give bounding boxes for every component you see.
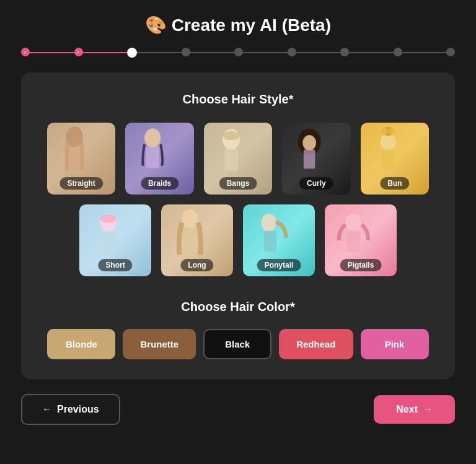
svg-point-20	[261, 214, 276, 232]
next-label: Next	[396, 404, 418, 415]
hair-short-label: Short	[98, 259, 132, 271]
progress-dot-0	[21, 48, 30, 56]
hair-color-title: Choose Hair Color*	[46, 300, 430, 314]
svg-rect-7	[224, 149, 238, 171]
hair-style-bangs[interactable]: Bangs	[203, 121, 273, 196]
next-button[interactable]: Next →	[374, 395, 455, 424]
svg-point-22	[345, 214, 361, 232]
progress-dot-6	[340, 48, 349, 56]
hair-style-curly[interactable]: Curly	[281, 121, 351, 196]
hair-straight-label: Straight	[60, 177, 103, 190]
progress-dot-3	[182, 48, 190, 56]
svg-rect-2	[65, 142, 69, 170]
svg-point-18	[182, 209, 198, 229]
hair-style-long[interactable]: Long	[160, 203, 234, 278]
svg-rect-17	[102, 231, 115, 252]
hair-color-section: Choose Hair Color* Blonde Brunette Black…	[46, 300, 430, 359]
progress-dot-4	[234, 48, 243, 56]
progress-dot-5	[288, 48, 296, 56]
nav-container: ← Previous Next →	[21, 394, 455, 425]
hair-style-row-2: Short Long	[46, 203, 430, 278]
main-card: Choose Hair Style* Straight	[21, 72, 455, 379]
color-btn-brunette[interactable]: Brunette	[123, 329, 196, 359]
hair-style-ponytail[interactable]: Ponytail	[242, 203, 316, 278]
hair-style-bun[interactable]: Bun	[359, 121, 430, 196]
next-arrow-icon: →	[423, 404, 433, 415]
hair-ponytail-label: Ponytail	[257, 259, 301, 271]
svg-rect-23	[347, 231, 361, 252]
color-btn-pink[interactable]: Pink	[361, 329, 429, 359]
progress-dot-1	[74, 48, 83, 56]
prev-arrow-icon: ←	[42, 404, 52, 415]
svg-rect-21	[264, 231, 276, 252]
prev-button[interactable]: ← Previous	[21, 394, 120, 425]
hair-style-braids[interactable]: Braids	[124, 121, 195, 196]
hair-style-short[interactable]: Short	[78, 203, 152, 278]
hair-bangs-label: Bangs	[219, 177, 257, 190]
hair-bun-label: Bun	[380, 177, 409, 190]
svg-rect-1	[67, 147, 82, 171]
svg-rect-3	[80, 142, 84, 170]
color-btn-black[interactable]: Black	[203, 329, 271, 359]
hair-style-straight[interactable]: Straight	[46, 121, 117, 196]
progress-bar	[21, 48, 455, 58]
progress-dots	[21, 48, 455, 58]
progress-dot-8	[446, 48, 455, 56]
hair-braids-label: Braids	[141, 177, 178, 190]
color-btn-redhead[interactable]: Redhead	[279, 329, 353, 359]
color-buttons: Blonde Brunette Black Redhead Pink	[46, 329, 430, 359]
svg-point-4	[144, 128, 161, 147]
svg-rect-10	[304, 149, 315, 169]
hair-style-title: Choose Hair Style*	[46, 92, 430, 107]
svg-rect-19	[183, 227, 197, 257]
hair-style-section: Choose Hair Style* Straight	[46, 92, 430, 278]
progress-dot-2	[127, 48, 137, 58]
page-title: 🎨 Create my AI (Beta)	[145, 15, 331, 35]
svg-point-13	[381, 128, 387, 135]
prev-label: Previous	[57, 404, 99, 415]
hair-style-grid: Straight Braids	[46, 121, 430, 278]
hair-style-row-1: Straight Braids	[46, 121, 430, 196]
hair-long-label: Long	[180, 259, 213, 271]
hair-curly-label: Curly	[299, 177, 333, 190]
svg-rect-5	[146, 147, 160, 169]
progress-dot-7	[394, 48, 402, 56]
svg-rect-15	[381, 149, 395, 170]
svg-point-14	[389, 128, 395, 135]
hair-pigtails-label: Pigtails	[340, 259, 382, 271]
hair-style-pigtails[interactable]: Pigtails	[324, 203, 398, 278]
svg-point-9	[303, 135, 317, 151]
color-btn-blonde[interactable]: Blonde	[47, 329, 115, 359]
